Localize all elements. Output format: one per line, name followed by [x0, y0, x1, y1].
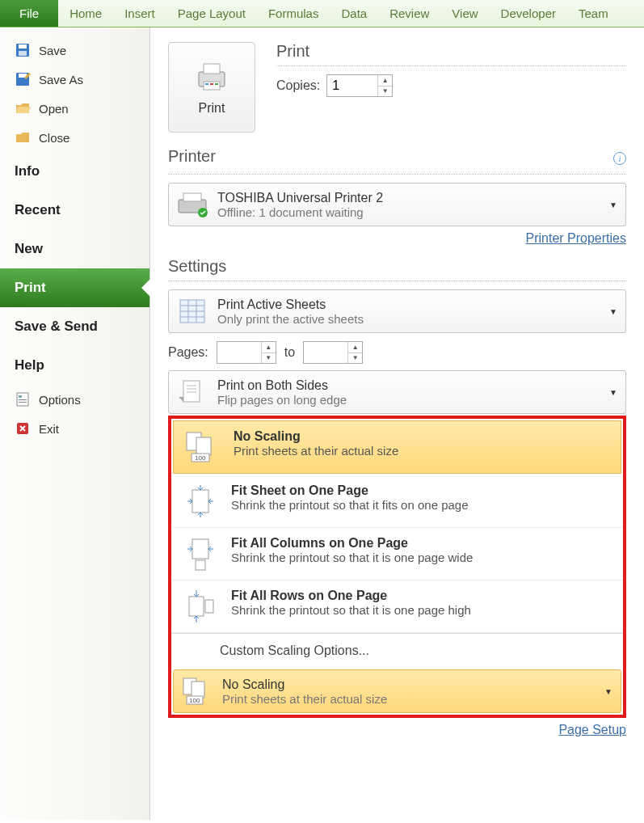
sidebar-label: Save [39, 44, 66, 57]
sidebar-item-open[interactable]: Open [0, 94, 149, 123]
svg-rect-13 [205, 83, 208, 85]
pages-label: Pages: [168, 345, 208, 360]
sidebar-item-new[interactable]: New [0, 230, 149, 268]
sidebar-item-info[interactable]: Info [0, 152, 149, 191]
sidebar-item-exit[interactable]: Exit [0, 414, 149, 443]
sidebar-label: Save As [39, 73, 83, 87]
svg-rect-37 [205, 600, 213, 613]
save-icon [15, 42, 31, 58]
svg-rect-17 [183, 193, 201, 201]
spinner-buttons[interactable]: ▲▼ [261, 342, 276, 363]
svg-rect-11 [204, 64, 220, 74]
sidebar-item-help[interactable]: Help [0, 346, 149, 385]
tab-page-layout[interactable]: Page Layout [166, 0, 257, 27]
pages-from-input[interactable] [217, 342, 261, 363]
print-what-desc: Only print the active sheets [217, 312, 364, 326]
backstage-sidebar: Save Save As Open Close Info Recent New … [0, 27, 150, 820]
scaling-option-no-scaling[interactable]: 100 No Scaling Print sheets at their act… [173, 420, 621, 474]
printer-device-icon [175, 188, 209, 221]
to-label: to [284, 345, 295, 360]
pages-to-input[interactable] [304, 342, 347, 363]
exit-icon [15, 420, 31, 437]
sidebar-label: Close [39, 131, 69, 145]
tab-developer[interactable]: Developer [490, 0, 567, 27]
print-what-title: Print Active Sheets [217, 298, 364, 312]
svg-rect-12 [204, 82, 220, 90]
svg-rect-15 [215, 83, 218, 85]
sidebar-label: Options [39, 393, 81, 407]
tab-file[interactable]: File [0, 0, 58, 27]
print-panel: Print Print Copies: ▲▼ Printer i [150, 27, 644, 820]
scaling-option-fit-rows[interactable]: Fit All Rows on One Page Shrink the prin… [171, 580, 623, 633]
sidebar-label: Open [39, 102, 69, 116]
print-button[interactable]: Print [168, 42, 255, 133]
scaling-dropdown-open: 100 No Scaling Print sheets at their act… [168, 416, 626, 718]
svg-rect-2 [19, 51, 27, 56]
printer-section-title: Printer [168, 147, 216, 166]
spinner-buttons[interactable]: ▲▼ [377, 75, 392, 96]
svg-rect-33 [192, 490, 208, 513]
sidebar-item-save-send[interactable]: Save & Send [0, 307, 149, 346]
printer-icon [192, 59, 231, 95]
open-icon [15, 100, 31, 116]
sidebar-item-recent[interactable]: Recent [0, 191, 149, 230]
printer-name: TOSHIBA Universal Printer 2 [217, 191, 383, 205]
copies-spinner[interactable]: ▲▼ [326, 74, 393, 97]
fit-columns-icon [181, 536, 220, 572]
page-setup-link[interactable]: Page Setup [558, 723, 626, 736]
option-desc: Print sheets at their actual size [234, 444, 398, 458]
option-title: No Scaling [234, 429, 398, 444]
scaling-option-fit-columns[interactable]: Fit All Columns on One Page Shrink the p… [171, 528, 623, 580]
printer-dropdown[interactable]: TOSHIBA Universal Printer 2 Offline: 1 d… [168, 183, 626, 226]
tab-insert[interactable]: Insert [113, 0, 166, 27]
printer-properties-link[interactable]: Printer Properties [526, 231, 627, 245]
close-folder-icon [15, 129, 31, 146]
option-desc: Shrink the printout so that it is one pa… [231, 551, 473, 564]
caret-down-icon: ▼ [604, 687, 612, 696]
divider [276, 65, 626, 66]
svg-rect-39 [192, 682, 204, 698]
fit-rows-icon [181, 589, 220, 624]
sidebar-item-save-as[interactable]: Save As [0, 65, 149, 94]
svg-rect-34 [192, 539, 208, 559]
tab-data[interactable]: Data [330, 0, 378, 27]
pages-to-spinner[interactable]: ▲▼ [303, 341, 363, 364]
sheets-icon [175, 295, 209, 327]
svg-rect-25 [183, 381, 200, 402]
info-icon[interactable]: i [613, 152, 626, 165]
sidebar-item-save[interactable]: Save [0, 36, 149, 65]
printer-status: Offline: 1 document waiting [217, 205, 383, 219]
duplex-dropdown[interactable]: Print on Both Sides Flip pages on long e… [168, 370, 626, 414]
tab-home[interactable]: Home [58, 0, 113, 27]
caret-down-icon: ▼ [609, 200, 617, 209]
sidebar-label: Exit [39, 422, 59, 436]
no-scaling-icon: 100 [183, 429, 222, 465]
copies-input[interactable] [327, 75, 377, 96]
pages-from-spinner[interactable]: ▲▼ [217, 341, 276, 364]
options-icon [15, 391, 31, 407]
tab-review[interactable]: Review [378, 0, 440, 27]
sidebar-item-close[interactable]: Close [0, 123, 149, 152]
settings-section-title: Settings [168, 257, 626, 276]
option-title: Fit All Columns on One Page [231, 536, 473, 551]
tab-team[interactable]: Team [567, 0, 620, 27]
scaling-custom-options[interactable]: Custom Scaling Options... [171, 633, 623, 668]
scaling-option-fit-sheet[interactable]: Fit Sheet on One Page Shrink the printou… [171, 475, 623, 528]
tab-formulas[interactable]: Formulas [257, 0, 330, 27]
divider [168, 281, 626, 281]
print-what-dropdown[interactable]: Print Active Sheets Only print the activ… [168, 289, 626, 333]
spinner-buttons[interactable]: ▲▼ [347, 342, 362, 363]
fit-sheet-icon [181, 483, 220, 519]
save-as-icon [15, 71, 31, 87]
scaling-dropdown-current[interactable]: 100 No Scaling Print sheets at their act… [173, 669, 621, 713]
svg-text:100: 100 [195, 454, 206, 462]
sidebar-item-print[interactable]: Print [0, 268, 149, 307]
scaling-current-title: No Scaling [222, 677, 387, 692]
option-desc: Shrink the printout so that it is one pa… [231, 603, 471, 617]
svg-rect-14 [210, 83, 213, 85]
sidebar-item-options[interactable]: Options [0, 385, 149, 414]
duplex-desc: Flip pages on long edge [217, 393, 347, 407]
caret-down-icon: ▼ [609, 307, 617, 316]
scaling-current-desc: Print sheets at their actual size [222, 692, 387, 706]
tab-view[interactable]: View [440, 0, 489, 27]
